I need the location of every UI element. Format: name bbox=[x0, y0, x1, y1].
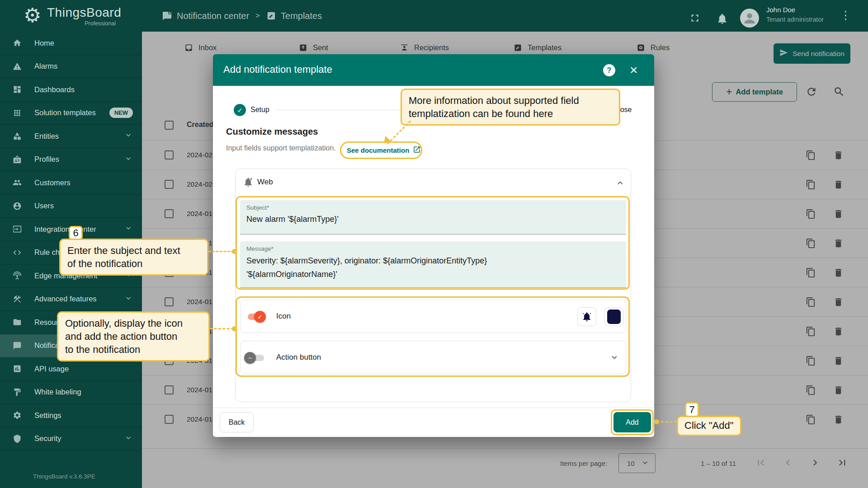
chevron-down-icon bbox=[124, 224, 133, 235]
sidebar-item-label: Solution templates bbox=[34, 108, 96, 117]
breadcrumb-item[interactable]: Notification center bbox=[177, 11, 249, 21]
icon-picker-bell-button[interactable] bbox=[577, 307, 596, 326]
sidebar-item-label: Customers bbox=[34, 178, 71, 187]
dialog-header: Add notification template ? × bbox=[213, 54, 654, 86]
callout-connector bbox=[656, 421, 677, 422]
sidebar-item-profiles[interactable]: Profiles bbox=[0, 148, 142, 172]
sidebar-item-entities[interactable]: Entities bbox=[0, 125, 142, 148]
top-header-bar: ⚙ ThingsBoard Professional Notification … bbox=[0, 0, 868, 32]
section-subheading: Input fields support templatization. bbox=[226, 144, 336, 152]
see-documentation-link[interactable]: See documentation bbox=[347, 145, 421, 155]
code-icon bbox=[13, 248, 22, 257]
sidebar-item-label: Advanced features bbox=[34, 295, 97, 303]
brand-name: ThingsBoard bbox=[47, 5, 121, 20]
action-toggle-thumb[interactable]: − bbox=[244, 352, 256, 364]
callout-text: Enter the subject and text bbox=[67, 244, 200, 257]
chevron-down-icon bbox=[124, 294, 133, 305]
callout-connector bbox=[208, 251, 234, 252]
app-version: ThingsBoard v.3.6.3PE bbox=[33, 473, 95, 480]
message-value-line1: Severity: ${alarmSeverity}, originator: … bbox=[246, 256, 487, 266]
back-label: Back bbox=[229, 418, 245, 427]
sidebar-item-alarms[interactable]: Alarms bbox=[0, 55, 142, 79]
callout-connector-dot bbox=[232, 326, 237, 331]
chevron-up-icon bbox=[615, 178, 625, 190]
icon-toggle-thumb[interactable]: ✓ bbox=[254, 311, 266, 323]
message-field[interactable]: Message* Severity: ${alarmSeverity}, ori… bbox=[240, 241, 626, 288]
sidebar-item-security[interactable]: Security bbox=[0, 427, 142, 451]
kebab-menu-icon[interactable]: ⋮ bbox=[840, 9, 851, 21]
chevron-down-icon bbox=[124, 131, 133, 141]
icon-color-button[interactable] bbox=[604, 307, 623, 326]
sidebar-item-label: Alarms bbox=[34, 62, 57, 70]
sidebar-item-label: Users bbox=[34, 202, 54, 210]
callout-text: to the notification bbox=[65, 343, 202, 356]
web-section-toggle-row[interactable]: Web bbox=[236, 169, 631, 197]
gear-icon bbox=[13, 411, 22, 420]
breadcrumb: Notification center > Templates bbox=[162, 0, 322, 32]
sidebar-item-solution-templates[interactable]: Solution templates NEW bbox=[0, 102, 142, 125]
web-bell-icon bbox=[243, 177, 254, 189]
account-circle-icon bbox=[13, 202, 22, 211]
templates-icon bbox=[266, 11, 276, 21]
fullscreen-icon[interactable] bbox=[689, 12, 701, 24]
step-setup-label: Setup bbox=[250, 106, 269, 114]
avatar[interactable] bbox=[740, 9, 759, 28]
callout-text: and add the action button bbox=[65, 330, 202, 343]
sidebar-item-dashboards[interactable]: Dashboards bbox=[0, 78, 142, 102]
dashboards-icon bbox=[13, 85, 22, 94]
callout-step-number: 6 bbox=[69, 226, 83, 240]
sidebar-item-customers[interactable]: Customers bbox=[0, 171, 142, 195]
callout-text: Optionally, display the icon bbox=[65, 317, 202, 330]
notifications-bell-icon[interactable]: 4 bbox=[716, 13, 728, 25]
callout-doc-tip: More information about supported field t… bbox=[401, 89, 620, 126]
see-documentation-label: See documentation bbox=[347, 146, 409, 154]
callout-subject: Enter the subject and text of the notifi… bbox=[59, 239, 208, 276]
callout-step-number: 7 bbox=[685, 402, 699, 417]
folder-icon bbox=[13, 318, 22, 327]
brand-edition: Professional bbox=[47, 20, 116, 27]
sidebar-item-label: White labeling bbox=[34, 388, 81, 396]
dialog-title: Add notification template bbox=[223, 64, 332, 75]
sidebar-item-label: Entities bbox=[34, 132, 59, 141]
sidebar-item-users[interactable]: Users bbox=[0, 195, 142, 218]
input-icon bbox=[13, 225, 22, 234]
web-section-label: Web bbox=[257, 178, 273, 187]
user-role: Tenant administrator bbox=[766, 16, 824, 23]
subject-field[interactable]: Subject* New alarm '${alarmType}' bbox=[240, 200, 626, 235]
warning-icon bbox=[13, 62, 22, 71]
sidebar-item-home[interactable]: Home bbox=[0, 32, 142, 55]
callout-text: More information about supported field bbox=[409, 94, 612, 107]
message-label: Message* bbox=[246, 245, 274, 252]
sidebar-item-label: Security bbox=[34, 434, 61, 443]
callout-connector-dot bbox=[654, 419, 659, 424]
sidebar-item-label: Profiles bbox=[34, 155, 59, 164]
add-button[interactable]: Add bbox=[613, 412, 651, 432]
divider bbox=[213, 408, 654, 408]
callout-text: of the notification bbox=[67, 257, 200, 270]
sidebar-item-label: API usage bbox=[34, 365, 69, 373]
sidebar-item-label: Home bbox=[34, 39, 54, 47]
antenna-icon bbox=[13, 271, 22, 280]
add-label: Add bbox=[626, 418, 638, 427]
chevron-down-icon bbox=[124, 433, 133, 444]
notification-bubble-icon bbox=[162, 11, 172, 21]
chevron-down-icon[interactable] bbox=[609, 352, 619, 364]
close-icon[interactable]: × bbox=[630, 61, 638, 79]
grid-icon bbox=[13, 108, 22, 117]
callout-icon-action: Optionally, display the icon and add the… bbox=[57, 311, 210, 361]
badge-icon bbox=[13, 155, 22, 164]
back-button[interactable]: Back bbox=[220, 412, 254, 432]
breadcrumb-item-current[interactable]: Templates bbox=[281, 11, 322, 21]
sidebar-item-label: Integrations center bbox=[34, 225, 96, 234]
help-icon[interactable]: ? bbox=[603, 64, 615, 76]
sidebar-item-advanced-features[interactable]: Advanced features bbox=[0, 288, 142, 311]
subject-value: New alarm '${alarmType}' bbox=[246, 215, 339, 224]
external-link-icon bbox=[413, 145, 421, 155]
sidebar-item-white-labeling[interactable]: White labeling bbox=[0, 381, 142, 404]
callout-text: templatization can be found here bbox=[409, 107, 612, 120]
sidebar-item-settings[interactable]: Settings bbox=[0, 404, 142, 427]
notification-bubble-icon bbox=[13, 341, 22, 350]
home-icon bbox=[13, 38, 22, 47]
sidebar-item-label: Dashboards bbox=[34, 85, 75, 94]
paint-icon bbox=[13, 388, 22, 397]
